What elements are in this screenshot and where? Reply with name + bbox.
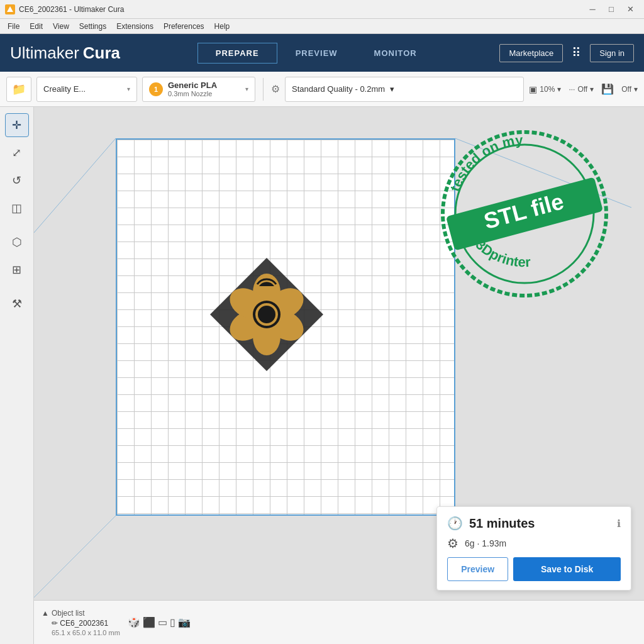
menu-file[interactable]: File — [3, 21, 25, 32]
bottom-bar: ▲ Object list ✏ CE6_2002361 65.1 x 65.0 … — [34, 600, 644, 644]
info-buttons: Preview Save to Disk — [447, 557, 621, 581]
title-bar: CE6_2002361 - Ultimaker Cura ─ □ ✕ — [0, 0, 644, 19]
menu-preferences[interactable]: Preferences — [158, 21, 209, 32]
quality-chevron-icon: ▾ — [390, 84, 394, 94]
object-dimensions: 65.1 x 65.0 x 11.0 mm — [52, 629, 120, 636]
time-icon: 🕐 — [447, 516, 463, 531]
mirror-icon: ◫ — [11, 201, 22, 215]
toolbar-divider — [263, 78, 264, 101]
3d-view-icon[interactable]: 🎲 — [128, 616, 140, 628]
tab-preview[interactable]: PREVIEW — [277, 43, 356, 64]
object-list-label: Object list — [52, 609, 85, 618]
object-list-header[interactable]: ▲ Object list — [42, 609, 120, 618]
svg-marker-0 — [7, 6, 13, 12]
close-button[interactable]: ✕ — [621, 3, 639, 16]
rotate-icon: ↺ — [12, 174, 21, 187]
save-to-disk-top-icon: 💾 — [601, 83, 614, 95]
mirror-tool-button[interactable]: ◫ — [5, 196, 29, 220]
material-name: Generic PLA — [168, 80, 217, 90]
material-chevron-icon: ▾ — [245, 86, 248, 92]
printer-chevron-icon: ▾ — [127, 86, 130, 92]
weight-icon: ⚙ — [447, 536, 458, 551]
support-value: Off — [577, 85, 587, 94]
extra-icon: ⚒ — [12, 297, 22, 311]
tab-monitor[interactable]: MONITOR — [356, 43, 435, 64]
support-label: ··· — [569, 85, 575, 94]
menu-bar: File Edit View Settings Extensions Prefe… — [0, 19, 644, 34]
scale-tool-button[interactable]: ⤢ — [5, 141, 29, 165]
marketplace-button[interactable]: Marketplace — [499, 44, 563, 62]
apps-grid-icon[interactable]: ⠿ — [569, 43, 584, 63]
menu-settings[interactable]: Settings — [74, 21, 111, 32]
minimize-button[interactable]: ─ — [584, 3, 601, 16]
top-view-icon[interactable]: ⬛ — [143, 616, 155, 628]
open-folder-button[interactable]: 📁 — [6, 77, 31, 102]
edit-icon: ✏ — [52, 619, 58, 628]
object-list-item: ✏ CE6_2002361 — [52, 619, 120, 628]
maximize-button[interactable]: □ — [602, 3, 620, 16]
preview-button[interactable]: Preview — [447, 557, 508, 581]
menu-help[interactable]: Help — [209, 21, 235, 32]
menu-edit[interactable]: Edit — [25, 21, 48, 32]
per-model-icon: ⬡ — [12, 235, 22, 249]
quality-label: Standard Quality - 0.2mm — [292, 84, 385, 94]
collapse-icon: ▲ — [42, 609, 49, 618]
weight-row: ⚙ 6g · 1.93m — [447, 536, 621, 551]
rotate-tool-button[interactable]: ↺ — [5, 169, 29, 192]
weight-value: 6g · 1.93m — [465, 538, 621, 548]
camera-icon[interactable]: 📷 — [178, 616, 191, 628]
time-value: 51 minutes — [469, 516, 611, 531]
app-logo: Ultimaker Cura — [10, 43, 120, 63]
nozzle-badge: 1 — [149, 82, 163, 96]
move-tool-button[interactable]: ✛ — [5, 113, 29, 137]
menu-extensions[interactable]: Extensions — [111, 21, 158, 32]
support-options: ▣ 10% ▾ — [529, 84, 561, 94]
quality-select[interactable]: Standard Quality - 0.2mm ▾ — [285, 77, 524, 102]
left-sidebar: ✛ ⤢ ↺ ◫ ⬡ ⊞ ⚒ — [0, 107, 34, 644]
nozzle-size: 0.3mm Nozzle — [168, 90, 217, 97]
per-model-button[interactable]: ⬡ — [5, 230, 29, 254]
main-area: ✛ ⤢ ↺ ◫ ⬡ ⊞ ⚒ — [0, 107, 644, 644]
printer-name: Creality E... — [43, 84, 86, 94]
infill-icon: ▣ — [529, 84, 537, 94]
side-view-icon[interactable]: ▯ — [170, 616, 175, 628]
logo-brand: Ultimaker — [10, 43, 79, 63]
viewport[interactable]: tested on my STL file 3Dprinter 🕐 51 min… — [34, 107, 644, 644]
signin-button[interactable]: Sign in — [590, 44, 634, 62]
nav-tabs: PREPARE PREVIEW MONITOR — [145, 43, 487, 64]
support-chevron-icon: ▾ — [590, 85, 594, 94]
adhesion-chevron-icon: ▾ — [634, 85, 638, 94]
settings-sliders-icon: ⚙ — [271, 83, 280, 95]
infill-off: ··· Off ▾ — [569, 85, 594, 94]
nozzle-info: Generic PLA 0.3mm Nozzle — [168, 80, 217, 97]
info-panel: 🕐 51 minutes ℹ ⚙ 6g · 1.93m Preview Save… — [436, 506, 631, 591]
nav-right: Marketplace ⠿ Sign in — [499, 43, 634, 63]
material-select[interactable]: 1 Generic PLA 0.3mm Nozzle ▾ — [142, 77, 255, 102]
support-blocker-button[interactable]: ⊞ — [5, 258, 29, 282]
bottom-icons: 🎲 ⬛ ▭ ▯ 📷 — [128, 616, 191, 628]
3d-object — [204, 252, 330, 377]
infill-chevron-icon: ▾ — [557, 85, 561, 94]
logo-product: Cura — [83, 43, 120, 63]
object-name: CE6_2002361 — [60, 619, 108, 628]
info-help-icon[interactable]: ℹ — [617, 518, 621, 530]
extra-tool-button[interactable]: ⚒ — [5, 292, 29, 316]
adhesion-value: Off — [621, 85, 631, 94]
support-blocker-icon: ⊞ — [12, 263, 21, 277]
front-view-icon[interactable]: ▭ — [158, 616, 167, 628]
save-to-disk-button[interactable]: Save to Disk — [513, 557, 621, 581]
scale-icon: ⤢ — [12, 146, 21, 160]
infill-value: 10% — [540, 85, 555, 94]
app-icon — [5, 4, 15, 14]
tab-prepare[interactable]: PREPARE — [197, 43, 277, 64]
time-row: 🕐 51 minutes ℹ — [447, 516, 621, 531]
menu-view[interactable]: View — [48, 21, 74, 32]
top-nav: Ultimaker Cura PREPARE PREVIEW MONITOR M… — [0, 34, 644, 72]
adhesion-option: Off ▾ — [621, 85, 638, 94]
object-list-section: ▲ Object list ✏ CE6_2002361 65.1 x 65.0 … — [42, 609, 120, 636]
printer-select[interactable]: Creality E... ▾ — [36, 77, 137, 102]
window-title: CE6_2002361 - Ultimaker Cura — [19, 5, 124, 14]
move-icon: ✛ — [12, 118, 21, 132]
toolbar: 📁 Creality E... ▾ 1 Generic PLA 0.3mm No… — [0, 72, 644, 107]
